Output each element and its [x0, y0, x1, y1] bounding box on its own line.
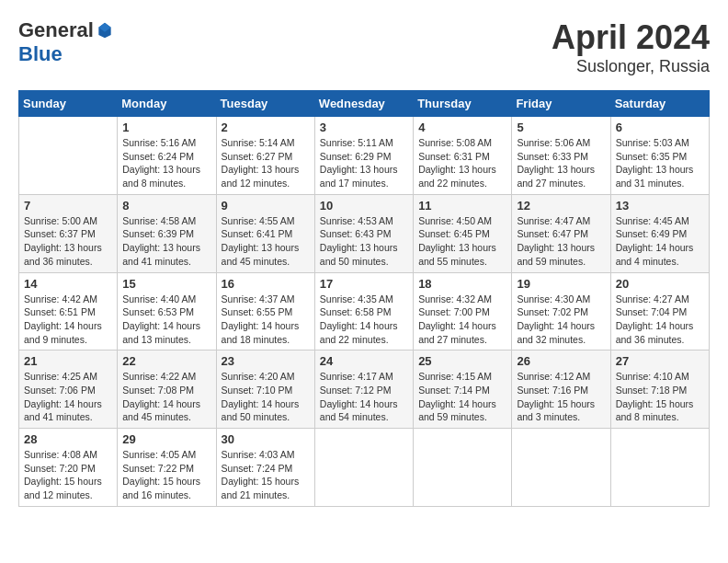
weekday-header-thursday: Thursday — [414, 91, 512, 117]
calendar-cell: 11Sunrise: 4:50 AM Sunset: 6:45 PM Dayli… — [414, 194, 512, 272]
day-number: 19 — [517, 277, 605, 291]
day-info: Sunrise: 4:37 AM Sunset: 6:55 PM Dayligh… — [222, 293, 310, 347]
calendar-cell — [314, 429, 413, 507]
calendar-cell: 4Sunrise: 5:08 AM Sunset: 6:31 PM Daylig… — [414, 117, 512, 195]
day-info: Sunrise: 4:47 AM Sunset: 6:47 PM Dayligh… — [517, 214, 605, 269]
day-number: 25 — [418, 354, 506, 368]
week-row-3: 14Sunrise: 4:42 AM Sunset: 6:51 PM Dayli… — [19, 272, 710, 350]
location-title: Suslonger, Russia — [552, 57, 710, 76]
day-info: Sunrise: 4:05 AM Sunset: 7:22 PM Dayligh… — [122, 448, 210, 502]
calendar-cell: 5Sunrise: 5:06 AM Sunset: 6:33 PM Daylig… — [512, 117, 610, 195]
day-info: Sunrise: 4:58 AM Sunset: 6:39 PM Dayligh… — [122, 214, 210, 269]
calendar-cell: 16Sunrise: 4:37 AM Sunset: 6:55 PM Dayli… — [216, 272, 314, 350]
weekday-header-sunday: Sunday — [19, 91, 118, 117]
day-number: 29 — [122, 432, 210, 446]
day-info: Sunrise: 5:00 AM Sunset: 6:37 PM Dayligh… — [24, 214, 112, 269]
day-info: Sunrise: 4:53 AM Sunset: 6:43 PM Dayligh… — [320, 214, 408, 269]
week-row-5: 28Sunrise: 4:08 AM Sunset: 7:20 PM Dayli… — [19, 429, 710, 507]
day-info: Sunrise: 4:45 AM Sunset: 6:49 PM Dayligh… — [616, 214, 704, 269]
day-info: Sunrise: 4:12 AM Sunset: 7:16 PM Dayligh… — [517, 370, 605, 424]
day-number: 12 — [517, 199, 605, 213]
weekday-header-saturday: Saturday — [610, 91, 709, 117]
day-number: 4 — [418, 121, 506, 134]
calendar-cell: 13Sunrise: 4:45 AM Sunset: 6:49 PM Dayli… — [610, 194, 709, 272]
day-number: 21 — [24, 354, 112, 368]
day-info: Sunrise: 4:22 AM Sunset: 7:08 PM Dayligh… — [122, 370, 210, 424]
day-number: 26 — [517, 354, 605, 368]
calendar-table: SundayMondayTuesdayWednesdayThursdayFrid… — [18, 90, 710, 507]
calendar-cell: 15Sunrise: 4:40 AM Sunset: 6:53 PM Dayli… — [118, 272, 216, 350]
month-title: April 2024 — [552, 18, 710, 57]
calendar-cell: 26Sunrise: 4:12 AM Sunset: 7:16 PM Dayli… — [512, 350, 610, 429]
calendar-cell — [414, 429, 512, 507]
day-number: 27 — [616, 354, 704, 368]
day-info: Sunrise: 5:03 AM Sunset: 6:35 PM Dayligh… — [616, 136, 704, 190]
weekday-header-wednesday: Wednesday — [314, 91, 413, 117]
day-info: Sunrise: 4:55 AM Sunset: 6:41 PM Dayligh… — [222, 214, 310, 269]
day-info: Sunrise: 4:03 AM Sunset: 7:24 PM Dayligh… — [222, 448, 310, 502]
calendar-cell: 3Sunrise: 5:11 AM Sunset: 6:29 PM Daylig… — [314, 117, 413, 195]
day-number: 24 — [320, 354, 408, 368]
day-number: 11 — [418, 199, 506, 213]
calendar-cell: 20Sunrise: 4:27 AM Sunset: 7:04 PM Dayli… — [610, 272, 709, 350]
calendar-cell: 18Sunrise: 4:32 AM Sunset: 7:00 PM Dayli… — [414, 272, 512, 350]
weekday-header-tuesday: Tuesday — [216, 91, 314, 117]
calendar-cell: 10Sunrise: 4:53 AM Sunset: 6:43 PM Dayli… — [314, 194, 413, 272]
day-number: 14 — [24, 277, 112, 291]
calendar-cell: 7Sunrise: 5:00 AM Sunset: 6:37 PM Daylig… — [19, 194, 118, 272]
day-number: 6 — [616, 121, 704, 134]
day-info: Sunrise: 4:32 AM Sunset: 7:00 PM Dayligh… — [418, 293, 506, 347]
weekday-header-monday: Monday — [118, 91, 216, 117]
weekday-header-friday: Friday — [512, 91, 610, 117]
day-number: 16 — [222, 277, 310, 291]
weekday-header-row: SundayMondayTuesdayWednesdayThursdayFrid… — [19, 91, 710, 117]
calendar-cell: 1Sunrise: 5:16 AM Sunset: 6:24 PM Daylig… — [118, 117, 216, 195]
calendar-cell — [512, 429, 610, 507]
calendar-cell: 12Sunrise: 4:47 AM Sunset: 6:47 PM Dayli… — [512, 194, 610, 272]
day-info: Sunrise: 4:20 AM Sunset: 7:10 PM Dayligh… — [222, 370, 310, 424]
day-info: Sunrise: 4:17 AM Sunset: 7:12 PM Dayligh… — [320, 370, 408, 424]
calendar-cell: 27Sunrise: 4:10 AM Sunset: 7:18 PM Dayli… — [610, 350, 709, 429]
logo-icon — [96, 21, 114, 40]
calendar-cell: 28Sunrise: 4:08 AM Sunset: 7:20 PM Dayli… — [19, 429, 118, 507]
day-info: Sunrise: 4:30 AM Sunset: 7:02 PM Dayligh… — [517, 293, 605, 347]
day-info: Sunrise: 5:08 AM Sunset: 6:31 PM Dayligh… — [418, 136, 506, 190]
day-number: 9 — [222, 199, 310, 213]
page-header: General Blue April 2024 Suslonger, Russi… — [18, 18, 710, 76]
calendar-cell: 14Sunrise: 4:42 AM Sunset: 6:51 PM Dayli… — [19, 272, 118, 350]
week-row-2: 7Sunrise: 5:00 AM Sunset: 6:37 PM Daylig… — [19, 194, 710, 272]
day-number: 8 — [122, 199, 210, 213]
day-number: 23 — [222, 354, 310, 368]
day-info: Sunrise: 5:16 AM Sunset: 6:24 PM Dayligh… — [122, 136, 210, 190]
day-info: Sunrise: 4:10 AM Sunset: 7:18 PM Dayligh… — [616, 370, 704, 424]
calendar-cell: 17Sunrise: 4:35 AM Sunset: 6:58 PM Dayli… — [314, 272, 413, 350]
day-info: Sunrise: 5:14 AM Sunset: 6:27 PM Dayligh… — [222, 136, 310, 190]
calendar-cell: 29Sunrise: 4:05 AM Sunset: 7:22 PM Dayli… — [118, 429, 216, 507]
calendar-cell: 22Sunrise: 4:22 AM Sunset: 7:08 PM Dayli… — [118, 350, 216, 429]
logo-blue-text: Blue — [18, 42, 63, 66]
day-info: Sunrise: 4:50 AM Sunset: 6:45 PM Dayligh… — [418, 214, 506, 269]
day-number: 7 — [24, 199, 112, 213]
day-info: Sunrise: 4:35 AM Sunset: 6:58 PM Dayligh… — [320, 293, 408, 347]
day-number: 17 — [320, 277, 408, 291]
day-info: Sunrise: 5:11 AM Sunset: 6:29 PM Dayligh… — [320, 136, 408, 190]
logo-general-text: General — [18, 18, 94, 42]
calendar-cell: 9Sunrise: 4:55 AM Sunset: 6:41 PM Daylig… — [216, 194, 314, 272]
calendar-cell: 8Sunrise: 4:58 AM Sunset: 6:39 PM Daylig… — [118, 194, 216, 272]
calendar-cell: 24Sunrise: 4:17 AM Sunset: 7:12 PM Dayli… — [314, 350, 413, 429]
calendar-cell: 6Sunrise: 5:03 AM Sunset: 6:35 PM Daylig… — [610, 117, 709, 195]
calendar-cell: 25Sunrise: 4:15 AM Sunset: 7:14 PM Dayli… — [414, 350, 512, 429]
day-number: 30 — [222, 432, 310, 446]
calendar-cell — [610, 429, 709, 507]
day-info: Sunrise: 4:25 AM Sunset: 7:06 PM Dayligh… — [24, 370, 112, 424]
day-number: 13 — [616, 199, 704, 213]
day-info: Sunrise: 5:06 AM Sunset: 6:33 PM Dayligh… — [517, 136, 605, 190]
calendar-cell — [19, 117, 118, 195]
day-number: 10 — [320, 199, 408, 213]
day-number: 20 — [616, 277, 704, 291]
day-number: 3 — [320, 121, 408, 134]
day-number: 18 — [418, 277, 506, 291]
week-row-1: 1Sunrise: 5:16 AM Sunset: 6:24 PM Daylig… — [19, 117, 710, 195]
calendar-cell: 21Sunrise: 4:25 AM Sunset: 7:06 PM Dayli… — [19, 350, 118, 429]
day-info: Sunrise: 4:27 AM Sunset: 7:04 PM Dayligh… — [616, 293, 704, 347]
